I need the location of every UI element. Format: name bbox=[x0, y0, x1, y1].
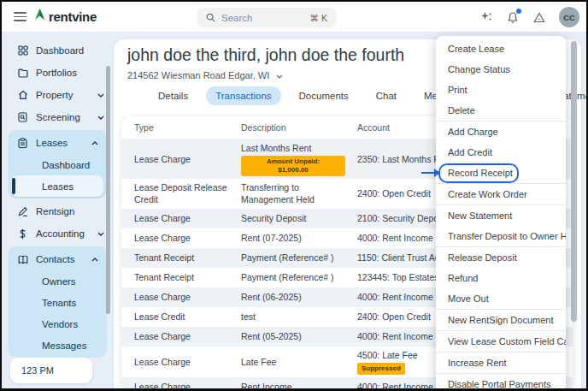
sidebar-item-portfolios[interactable]: Portfolios bbox=[2, 62, 113, 84]
pointer-arrow-head bbox=[434, 169, 440, 177]
menu-item-disable-portal-payments[interactable]: Disable Portal Payments bbox=[436, 374, 566, 388]
description-text: Rent Income bbox=[241, 381, 352, 388]
column-header-type: Type bbox=[121, 119, 241, 136]
chevron-down-icon bbox=[276, 70, 283, 80]
sidebar-sublabel: Owners bbox=[42, 276, 76, 287]
sidebar-item-dashboard[interactable]: Dashboard bbox=[2, 39, 113, 62]
sidebar-item-rentsign[interactable]: Rentsign bbox=[2, 200, 113, 222]
signature-pen-icon bbox=[17, 206, 28, 217]
sidebar-label: Leases bbox=[36, 138, 68, 148]
menu-item-move-out[interactable]: Move Out bbox=[436, 288, 566, 309]
sidebar-label: Contacts bbox=[36, 254, 74, 264]
notifications-bell-icon[interactable] bbox=[506, 10, 520, 24]
cell-type: Tenant Receipt bbox=[121, 249, 241, 266]
cell-description: Rent Income bbox=[241, 378, 357, 388]
tab-details[interactable]: Details bbox=[149, 86, 197, 105]
cell-type: Lease Charge bbox=[121, 353, 241, 370]
cell-type: Lease Charge bbox=[121, 328, 241, 345]
tab-chat[interactable]: Chat bbox=[367, 86, 406, 105]
menu-item-add-charge[interactable]: Add Charge bbox=[436, 121, 566, 142]
app-window: rentvine Search ⌘ K C bbox=[0, 0, 588, 391]
cell-description: Late Fee bbox=[241, 353, 357, 370]
menu-group: View Lease Custom Field Categories bbox=[436, 330, 566, 352]
description-text: Security Deposit bbox=[241, 212, 352, 224]
sidebar-subitem-leases-leases[interactable]: Leases bbox=[11, 175, 103, 197]
menu-item-create-work-order[interactable]: Create Work Order bbox=[436, 184, 566, 204]
menu-item-new-rentsign-document[interactable]: New RentSign Document bbox=[436, 310, 566, 330]
description-text: test bbox=[241, 311, 352, 323]
menu-item-delete[interactable]: Delete bbox=[436, 100, 566, 121]
cell-type: Tenant Receipt bbox=[121, 269, 241, 286]
notification-dot bbox=[516, 9, 521, 14]
menu-item-increase-rent[interactable]: Increase Rent bbox=[436, 352, 566, 373]
menu-item-view-lease-custom-field-categories[interactable]: View Lease Custom Field Categories bbox=[436, 331, 566, 352]
menu-group: Disable Portal Payments bbox=[436, 373, 566, 388]
sidebar-label: Screening bbox=[36, 112, 80, 122]
menu-item-new-statement[interactable]: New Statement bbox=[436, 205, 566, 226]
top-bar: rentvine Search ⌘ K C bbox=[2, 2, 586, 33]
chevron-up-icon bbox=[91, 258, 98, 262]
sidebar-item-leases[interactable]: Leases bbox=[8, 132, 107, 154]
sidebar-subitem-tenants[interactable]: Tenants bbox=[8, 292, 107, 313]
sidebar-subitem-owners[interactable]: Owners bbox=[8, 270, 107, 292]
sidebar-subitem-vendors[interactable]: Vendors bbox=[8, 313, 107, 335]
menu-item-change-status[interactable]: Change Status bbox=[436, 59, 566, 80]
sidebar-label: Accounting bbox=[36, 228, 85, 239]
menu-item-print[interactable]: Print bbox=[436, 80, 566, 100]
description-text: Payment (Reference# ) bbox=[241, 252, 352, 264]
updates-triangle-icon[interactable] bbox=[532, 10, 546, 24]
cell-type: Lease Charge bbox=[121, 288, 241, 305]
menu-group: Increase Rent bbox=[436, 352, 566, 373]
sidebar-item-accounting[interactable]: Accounting bbox=[2, 222, 113, 245]
cell-type: Lease Credit bbox=[121, 308, 241, 325]
house-icon bbox=[17, 90, 28, 101]
cell-type: Lease Charge bbox=[121, 378, 241, 388]
description-text: Rent (05-2025) bbox=[241, 330, 352, 342]
tab-documents[interactable]: Documents bbox=[290, 86, 358, 105]
screening-doc-icon bbox=[17, 112, 28, 123]
menu-item-record-receipt[interactable]: Record Receipt bbox=[436, 163, 566, 183]
description-text: Rent (06-2025) bbox=[241, 291, 352, 303]
sidebar-sublabel: Messages bbox=[42, 341, 86, 351]
menu-item-add-credit[interactable]: Add Credit bbox=[436, 142, 566, 163]
menu-item-create-lease[interactable]: Create Lease bbox=[436, 39, 566, 59]
sidebar-subitem-leases-dashboard[interactable]: Dashboard bbox=[8, 154, 107, 175]
header-actions: CC bbox=[479, 2, 579, 33]
sidebar-label: Rentsign bbox=[36, 206, 74, 216]
sidebar-group-leases: Leases Dashboard Leases bbox=[8, 130, 107, 198]
column-header-description: Description bbox=[241, 119, 357, 136]
folder-icon bbox=[17, 68, 28, 79]
sidebar-item-contacts[interactable]: Contacts bbox=[8, 248, 107, 270]
brand-name: rentvine bbox=[49, 9, 97, 24]
sparkle-ai-icon[interactable] bbox=[479, 10, 493, 24]
property-address-dropdown[interactable]: 214562 Wiesman Road Edgar, WI bbox=[127, 70, 283, 80]
cell-description: Rent (05-2025) bbox=[241, 328, 357, 345]
description-text: Last Months Rent bbox=[241, 142, 352, 154]
sidebar-item-property[interactable]: Property bbox=[2, 84, 113, 106]
menu-item-release-deposit[interactable]: Release Deposit bbox=[436, 247, 566, 268]
user-avatar[interactable]: CC bbox=[559, 7, 579, 27]
menu-item-transfer-deposit-to-owner-held[interactable]: Transfer Deposit to Owner Held bbox=[436, 226, 566, 246]
chevron-down-icon bbox=[97, 116, 104, 120]
menu-group: Create LeaseChange StatusPrintDelete bbox=[436, 39, 566, 121]
dollar-icon bbox=[17, 228, 28, 240]
page-title: john doe the third, john doe the fourth bbox=[127, 45, 404, 65]
sidebar-item-screening[interactable]: Screening bbox=[2, 106, 113, 128]
hamburger-menu-icon[interactable] bbox=[14, 12, 26, 21]
search-input[interactable]: Search ⌘ K bbox=[197, 8, 336, 27]
sidebar-subitem-messages[interactable]: Messages bbox=[8, 335, 107, 356]
tab-transactions[interactable]: Transactions bbox=[206, 86, 280, 105]
chevron-down-icon bbox=[97, 93, 104, 98]
menu-item-refund[interactable]: Refund bbox=[436, 268, 566, 288]
cell-description: Last Months RentAmount Unpaid:$1,000.00 bbox=[241, 139, 357, 179]
dashboard-grid-icon bbox=[17, 45, 28, 56]
chevron-up-icon bbox=[91, 141, 98, 145]
page-scrollbar[interactable] bbox=[571, 41, 577, 322]
sidebar-label: Dashboard bbox=[36, 45, 84, 56]
sidebar-scrollbar[interactable] bbox=[106, 66, 110, 314]
cell-type: Lease Charge bbox=[121, 151, 241, 168]
rentvine-logo-icon bbox=[34, 9, 45, 24]
contacts-book-icon bbox=[17, 254, 28, 265]
brand-logo[interactable]: rentvine bbox=[34, 9, 97, 24]
cell-type: Lease Charge bbox=[121, 229, 241, 246]
